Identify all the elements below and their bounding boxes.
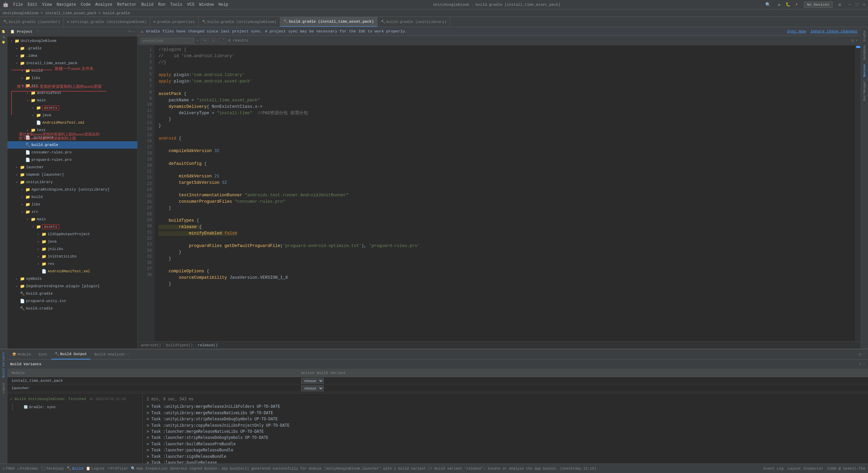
more-actions-btn[interactable]: ⚙ [839, 2, 841, 7]
tab-sync[interactable]: Sync [35, 349, 51, 359]
tree-gradle-folder[interactable]: ▸ 📁 .gradle [7, 45, 137, 52]
code-content[interactable]: //plugins { // id 'com.android.library' … [154, 45, 855, 341]
close-btn[interactable]: ✕ [863, 2, 865, 7]
tree-java-folder-2[interactable]: ▸ 📁 java [7, 238, 137, 245]
database-side-btn[interactable]: Database [863, 43, 866, 62]
search-input[interactable] [140, 38, 194, 44]
tree-androidtest-folder[interactable]: ▸ 📁 androidTest [7, 89, 137, 97]
build-variants-side-btn[interactable]: Build Variants [2, 351, 5, 379]
bv-variant-1[interactable]: release debug [297, 378, 868, 384]
devices-side-btn[interactable]: Devices [863, 62, 866, 79]
tree-build-gradle-root[interactable]: 🔨 build.gradle [7, 290, 137, 297]
status-profiler-btn[interactable]: ⚡ Profiler [107, 466, 128, 471]
tree-il2cpp-folder[interactable]: ▸ 📁 il2CppOutputProject [7, 230, 137, 238]
layout-inspector-btn[interactable]: Layout Inspector [788, 467, 823, 471]
menu-edit[interactable]: Edit [28, 2, 38, 7]
match-case-btn[interactable]: Aa [201, 38, 209, 43]
search-everywhere-btn[interactable]: 🔍 [765, 2, 771, 7]
run-btn[interactable]: ▶ [778, 2, 781, 7]
tree-jnistatic-folder[interactable]: ▸ 📁 jniStaticLibs [7, 253, 137, 260]
filter-btn[interactable]: ⚙ [851, 38, 854, 43]
breadcrumb-item-3[interactable]: release() [198, 343, 218, 347]
bottom-settings-btn[interactable]: ⚙ [859, 352, 861, 357]
logcat-side-btn[interactable]: Logcat [2, 381, 5, 395]
tree-tmpmob-folder[interactable]: ▸ 📁 tmpmob [launcher] [7, 171, 137, 178]
project-tool-btn[interactable]: 📁 [2, 30, 5, 33]
tree-assets-folder-2[interactable]: ▾ 📁 assets [7, 223, 137, 230]
tab-build-analyzer[interactable]: Build Analyzer ▾ [91, 349, 132, 359]
tree-build-cradle[interactable]: 🔨 build.cradle [7, 305, 137, 312]
menu-refactor[interactable]: Refactor [117, 2, 137, 7]
tab-settings-gradle[interactable]: ⚙ settings.gradle (UnityGoogleBloom) [64, 17, 150, 27]
tree-unity-libs[interactable]: ▸ 📁 libs [7, 201, 137, 208]
regex-btn[interactable]: .* [218, 38, 226, 43]
bv-select-2[interactable]: release debug [301, 385, 324, 391]
tab-build-gradle-asset-pack[interactable]: 🔨 build.gradle (install_time_asset_pack) [280, 17, 378, 27]
tree-gitignore[interactable]: 📄 .gitignore [7, 134, 137, 141]
minimize-btn[interactable]: ─ [848, 2, 851, 7]
menu-help[interactable]: Help [218, 2, 228, 7]
bottom-minimize-btn[interactable]: ─ [863, 352, 865, 357]
debug-btn[interactable]: 🐛 [786, 2, 791, 7]
tree-symbols[interactable]: ▸ 📁 symbols [7, 275, 137, 282]
menu-tools[interactable]: Tools [170, 2, 183, 7]
status-build-btn[interactable]: 🔨 Build [67, 466, 83, 471]
filter-icon[interactable]: ▾ [855, 38, 858, 43]
sync-item[interactable]: 🔄 Gradle: sync [21, 403, 142, 411]
bv-variant-2[interactable]: release debug [297, 385, 868, 391]
sync-now-btn[interactable]: Sync Now [787, 29, 806, 33]
tree-unity-main[interactable]: ▾ 📁 main [7, 216, 137, 223]
tree-unity-src[interactable]: ▾ 📁 src [7, 208, 137, 216]
maximize-btn[interactable]: □ [856, 2, 858, 7]
menu-vcs[interactable]: VCS [187, 2, 195, 7]
tree-consumer-rules[interactable]: 📄 consumer-rules.pro [7, 149, 137, 156]
favorites-btn[interactable]: ⭐ [2, 41, 5, 44]
ignore-btn[interactable]: Ignore these changes [811, 29, 857, 33]
tree-asset-pack[interactable]: ▾ 📁 install_time_asset_pack [7, 59, 137, 67]
menu-analyze[interactable]: Analyze [95, 2, 112, 7]
breadcrumb-item-1[interactable]: android() [141, 343, 161, 347]
menu-run[interactable]: Run [158, 2, 166, 7]
whole-word-btn[interactable]: W [211, 38, 216, 43]
tree-build-folder[interactable]: ▸ 📁 build [7, 67, 137, 74]
tab-build-output[interactable]: 🔨 Build Output [51, 349, 90, 359]
build-item-1[interactable]: ✓ Build UnityGoogleBloom: finished At 20… [7, 395, 142, 403]
status-terminal-btn[interactable]: ⬛ Terminal [41, 466, 64, 471]
tree-agora-folder[interactable]: ▸ 📁 AgoraRtcEngine_Unity [unityLibrary] [7, 186, 137, 193]
menu-view[interactable]: View [42, 2, 52, 7]
tree-java-folder[interactable]: ▸ 📁 java [7, 111, 137, 119]
tree-android-manifest-2[interactable]: 📄 AndroidManifest.xml [7, 268, 137, 275]
bv-minimize-btn[interactable]: ─ [863, 362, 865, 367]
menu-code[interactable]: Code [81, 2, 91, 7]
tree-root[interactable]: ▾ 📁 UnityGoogleBloom [7, 37, 137, 45]
bv-select-1[interactable]: release debug [301, 378, 324, 384]
tree-main-folder[interactable]: ▾ 📁 main [7, 97, 137, 104]
close-search-icon[interactable]: ✕ [196, 38, 199, 43]
event-log-btn[interactable]: Event Log [764, 467, 783, 471]
gradle-side-btn[interactable]: Gradle [863, 28, 866, 43]
tab-build-gradle-library[interactable]: 🔨 build.gradle (unityLibrary) [378, 17, 450, 27]
tree-zego-plugin[interactable]: ▸ 📁 ZegoExpressEngine.plugin [plugin] [7, 282, 137, 290]
menu-navigate[interactable]: Navigate [56, 2, 76, 7]
profile-btn[interactable]: ⚡ [795, 2, 798, 7]
status-todo-btn[interactable]: ☑ TODO [3, 466, 15, 471]
tree-res-folder[interactable]: ▸ 📁 res [7, 260, 137, 268]
status-logcat-btn[interactable]: 📋 Logcat [86, 466, 105, 471]
tree-manifest-xml[interactable]: 📄 AndroidManifest.xml [7, 119, 137, 126]
menu-file[interactable]: File [13, 2, 23, 7]
tree-build-gradle-selected[interactable]: 🔨 build.gradle [7, 141, 137, 149]
bv-settings-btn[interactable]: ⚙ [859, 362, 862, 367]
tab-gradle-properties[interactable]: ⚙ gradle.properties [150, 17, 198, 27]
tree-assets-folder-1[interactable]: ▸ 📁 assets [7, 104, 137, 111]
tree-proguard-unity[interactable]: 📄 proguard-unity.txt [7, 297, 137, 305]
tree-jnilibs-folder[interactable]: ▸ 📁 jniLibs [7, 245, 137, 253]
tab-build-gradle-unity[interactable]: 🔨 build.gradle (UnityGoogleBloom) [199, 17, 281, 27]
tree-unity-build[interactable]: ▸ 📁 build [7, 193, 137, 201]
tree-proguard-rules[interactable]: 📄 proguard-rules.pro [7, 156, 137, 164]
run-manager-side-btn[interactable]: Run Manager [863, 79, 866, 103]
tree-test-folder[interactable]: ▸ 📁 test [7, 126, 137, 134]
tree-idea-folder[interactable]: ▸ 📁 .idea [7, 52, 137, 59]
menu-build[interactable]: Build [141, 2, 153, 7]
tab-build-gradle-launcher[interactable]: 🔨 build.gradle (launcher) [0, 17, 64, 27]
menu-window[interactable]: Window [199, 2, 214, 7]
